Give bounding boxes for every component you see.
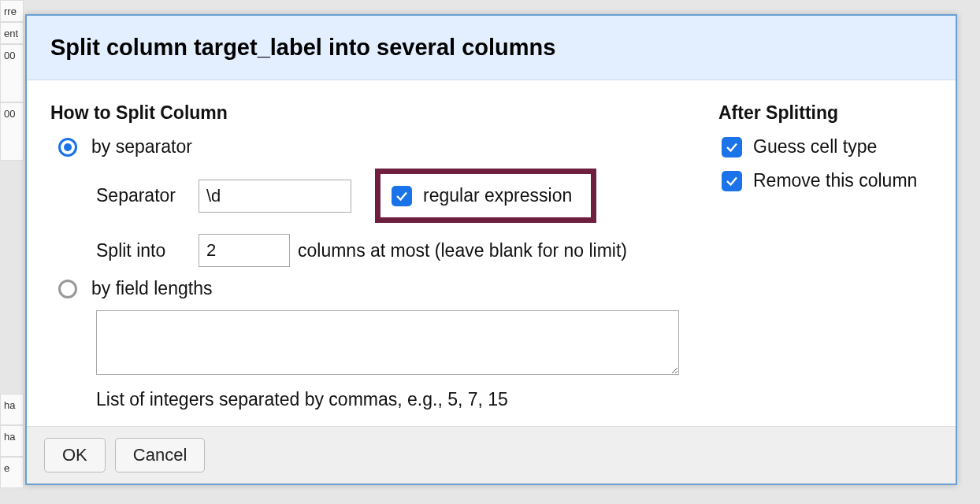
separator-row: Separator regular expression [96,169,679,223]
separator-subgroup: Separator regular expression Split into … [96,169,679,267]
fieldlen-subgroup: List of integers separated by commas, e.… [96,310,679,410]
radio-by-fieldlen-row: by field lengths [58,278,679,299]
guess-celltype-row: Guess cell type [722,136,932,158]
fieldlen-textarea[interactable] [96,310,679,375]
radio-by-separator[interactable] [58,138,77,157]
radio-by-fieldlen[interactable] [58,280,77,298]
fieldlen-hint: List of integers separated by commas, e.… [96,389,679,410]
bg-cell: rre [0,0,24,22]
cancel-button[interactable]: Cancel [115,438,205,472]
separator-input[interactable] [199,180,351,213]
dialog-body: How to Split Column by separator Separat… [27,80,956,426]
after-splitting-section: After Splitting Guess cell type Remove t… [711,102,932,418]
remove-column-label: Remove this column [753,170,917,191]
section-heading-split: How to Split Column [50,102,679,124]
separator-label: Separator [96,185,199,206]
dialog-footer: OK Cancel [27,426,956,484]
dialog-title: Split column target_label into several c… [50,35,932,61]
regex-highlight-box: regular expression [375,169,596,223]
bg-cell: 00 [0,44,24,102]
splitinto-suffix: columns at most (leave blank for no limi… [298,240,627,261]
split-method-section: How to Split Column by separator Separat… [50,102,711,418]
check-icon [395,189,409,203]
dialog-header: Split column target_label into several c… [27,16,956,80]
bg-cell: ha [0,425,24,457]
bg-cell: ha [0,394,24,425]
regex-checkbox-label: regular expression [423,185,572,206]
splitinto-label: Split into [96,240,199,261]
radio-by-fieldlen-label: by field lengths [91,278,212,299]
splitinto-input[interactable] [199,234,290,267]
split-column-dialog: Split column target_label into several c… [25,14,957,485]
radio-by-separator-row: by separator [58,136,679,158]
check-icon [725,174,739,188]
check-icon [725,140,739,154]
section-heading-after: After Splitting [718,102,932,124]
ok-button[interactable]: OK [44,438,106,472]
regex-checkbox[interactable] [392,186,412,206]
guess-celltype-label: Guess cell type [753,136,877,158]
splitinto-row: Split into columns at most (leave blank … [96,234,679,267]
remove-column-checkbox[interactable] [722,171,742,191]
bg-cell: 00 [0,102,24,161]
bg-cell: e [0,457,24,488]
guess-celltype-checkbox[interactable] [722,137,742,158]
remove-column-row: Remove this column [722,170,932,191]
bg-cell: ent [0,22,24,44]
radio-by-separator-label: by separator [91,136,192,158]
